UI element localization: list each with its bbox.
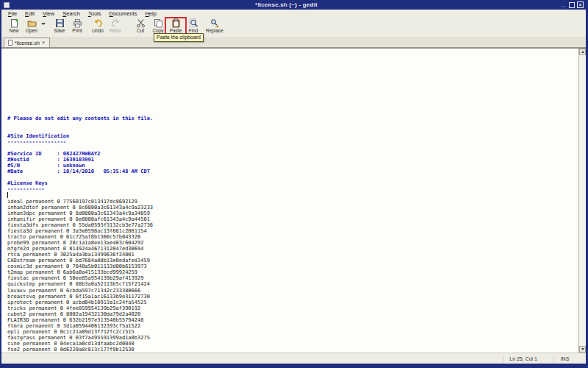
menu-view[interactable]: View (39, 10, 58, 17)
editor-line: t2map permanent 0 6ab6a0a415133bcd999242… (7, 269, 578, 275)
editor-line: fiesta3dfs permanent 0 55da0593f3132cb3e… (7, 222, 578, 228)
editor-line (7, 91, 578, 97)
window-frame: *license.sh (~) - gedit _ × File Edit Vi… (1, 0, 586, 364)
scroll-down-button[interactable] (579, 346, 586, 353)
undo-button-label: Undo (92, 28, 104, 33)
status-bar: Ln 25, Col 1 INS (1, 353, 586, 364)
editor-line (7, 104, 578, 110)
gedit-window: *license.sh (~) - gedit _ × File Edit Vi… (0, 0, 588, 368)
menu-search[interactable]: Search (59, 10, 84, 17)
editor-line: mfgre2d permanent 0 814924a4671312047ed3… (7, 246, 578, 252)
editor-line: cubet2 permanent 0 8002a19432130da79d2a4… (7, 311, 578, 317)
open-button[interactable]: Open (23, 18, 40, 33)
open-button-label: Open (26, 28, 37, 33)
editor-line (7, 56, 578, 62)
close-button[interactable]: × (577, 1, 584, 8)
maximize-button[interactable] (569, 2, 575, 8)
vertical-scrollbar[interactable] (578, 49, 586, 353)
tab-close-icon[interactable]: × (42, 40, 46, 46)
print-button[interactable]: Print (68, 18, 86, 33)
replace-button[interactable]: Replace (202, 18, 227, 33)
editor-line (7, 98, 578, 104)
find-button[interactable]: Find (184, 18, 202, 33)
editor-line (7, 121, 578, 127)
editor-line (7, 68, 578, 74)
arrow-up-icon (581, 51, 584, 53)
copy-pages-icon (154, 18, 163, 28)
editor-line: #Site Identification (7, 133, 578, 139)
minimize-button[interactable]: _ (560, 1, 567, 8)
scroll-up-button[interactable] (579, 49, 586, 55)
paste-button[interactable]: Paste (167, 18, 184, 33)
menu-documents[interactable]: Documents (105, 10, 140, 17)
undo-button[interactable]: Undo (89, 18, 107, 33)
editor-line: cine permanent 0 04eca1a0cd13dfaabc2d084… (7, 341, 578, 347)
editor-line: fastgrass permanent 0 03f7a495591399ad1a… (7, 335, 578, 341)
editor-line: cosmic3d permanent 0 7040a5b011133d00b61… (7, 263, 578, 269)
editor-line (7, 62, 578, 68)
new-document-icon (10, 18, 19, 28)
cursor-position: Ln 25, Col 1 (503, 355, 543, 363)
file-icon (8, 40, 12, 46)
editor-line: quickstep permanent 0 88b3a0a52113b5cf15… (7, 281, 578, 287)
redo-button: Redo (107, 18, 124, 33)
editor-line: ftmra permanent 0 3d1a0594406132393cf5a1… (7, 323, 578, 329)
menu-help[interactable]: Help (141, 10, 159, 17)
new-button[interactable]: New (5, 18, 23, 33)
open-folder-icon (27, 18, 37, 28)
redo-button-label: Redo (110, 28, 121, 33)
menu-tools[interactable]: Tools (85, 10, 105, 17)
editor-line: #License Keys (7, 180, 578, 186)
copy-button[interactable]: Copy (149, 18, 167, 33)
find-magnifier-icon (189, 18, 198, 28)
arrow-down-icon (581, 348, 584, 350)
cut-button[interactable]: Cut (132, 18, 149, 33)
save-button[interactable]: Save (51, 18, 68, 33)
menu-file[interactable]: File (4, 10, 21, 17)
editor-line: # Please do not edit any contents in thi… (7, 116, 578, 121)
editor-line: CADstream permanent 0 bd7684a08b13e0edaf… (7, 258, 578, 263)
editor-line: rtca permanent 0 3025a4a3ba13499636f2400… (7, 252, 578, 258)
printer-icon (73, 18, 82, 28)
editor-line: epli permanent 0 0c1c21a09d13f712fc2c151… (7, 329, 578, 335)
text-editor[interactable]: # Please do not edit any contents in thi… (1, 49, 578, 353)
editor-line: breastsvq permanent 0 6f15a1ac16133b9e31… (7, 294, 578, 300)
editor-line: lavaxv permanent 0 6cbda597c71342c233380… (7, 288, 578, 294)
editor-line: #Hostid : 1639103991 (7, 157, 578, 163)
editor-line: ------------------- (7, 139, 578, 145)
editor-line: ideal permanent 0 77560197c813417dc86921… (7, 199, 578, 205)
editor-line (7, 127, 578, 133)
editor-line: #S/N : unknown (7, 163, 578, 169)
save-floppy-icon (55, 18, 65, 28)
tab-license-sh[interactable]: *license.sh × (4, 38, 50, 47)
copy-button-label: Copy (152, 28, 163, 33)
editor-line: inhan2dtof permanent 0 8c0800a3c61343a4c… (7, 205, 578, 210)
menu-bar: File Edit View Search Tools Documents He… (1, 10, 586, 18)
app-icon (4, 2, 10, 8)
open-dropdown-button[interactable] (40, 23, 46, 25)
insert-mode-indicator: INS (553, 355, 576, 363)
title-bar[interactable]: *license.sh (~) - gedit _ × (1, 0, 586, 10)
editor-line: tracto permanent 0 61c725af8b1360c57b043… (7, 234, 578, 240)
scissors-icon (136, 18, 146, 28)
paste-clipboard-icon (171, 18, 181, 28)
editor-line (7, 79, 578, 85)
text-cursor (7, 192, 8, 198)
print-button-label: Print (72, 28, 82, 33)
editor-line: ------------ (7, 186, 578, 192)
editor-line (7, 174, 578, 180)
undo-arrow-icon (93, 18, 103, 28)
tab-label: *license.sh (15, 40, 40, 46)
menu-edit[interactable]: Edit (21, 10, 38, 17)
editor-area: # Please do not edit any contents in thi… (1, 48, 586, 353)
replace-button-label: Replace (206, 28, 223, 33)
editor-line: #Date : 10/14/2010 05:35:48 AM CDT (7, 169, 578, 174)
window-title: *license.sh (~) - gedit (12, 1, 560, 8)
paste-tooltip: Paste the clipboard (154, 33, 204, 42)
editor-line: inhan3dpc permanent 0 8d0800a3c61343a4c9… (7, 210, 578, 216)
tab-bar: *license.sh × (1, 37, 586, 48)
editor-line: inhanifir permanent 0 8e0800afc61343a4c9… (7, 216, 578, 222)
editor-line: fiestac permanent 0 50ee85a954139b29af41… (7, 275, 578, 281)
editor-line: #Service ID : 082427HWBAY2 (7, 151, 578, 157)
editor-line: FLAIR3D permanent 0 632b2197e313540b5579… (7, 317, 578, 323)
